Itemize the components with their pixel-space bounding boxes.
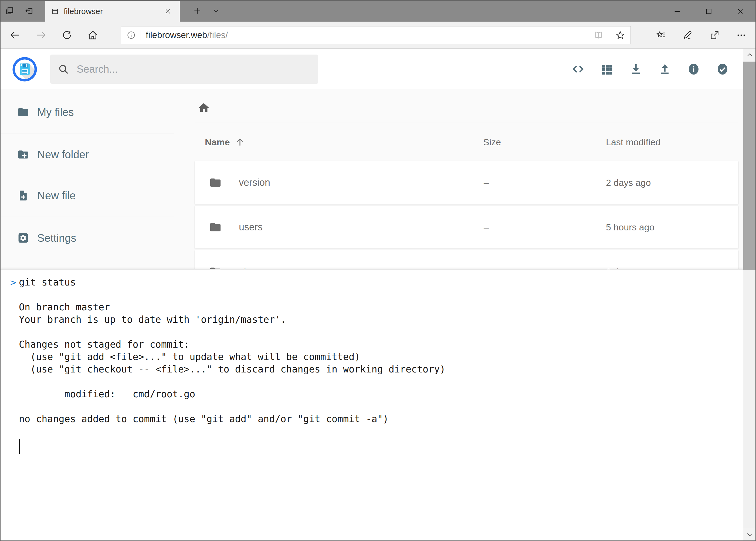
folder-icon [209, 221, 222, 234]
terminal-command-line: > git status [10, 276, 743, 288]
tab-preview-button[interactable] [0, 1, 19, 22]
url-text: filebrowser.web/files/ [146, 30, 228, 40]
column-header-name[interactable]: Name [195, 137, 480, 148]
web-note-pen-button[interactable] [674, 22, 701, 48]
terminal-output-line: modified: cmd/root.go [10, 388, 743, 400]
file-size: – [480, 178, 602, 188]
window-maximize-button[interactable] [693, 1, 724, 22]
terminal-cursor[interactable] [19, 439, 20, 454]
forward-button[interactable] [28, 22, 54, 48]
terminal-output-line [10, 288, 743, 301]
file-table-header: Name Size Last modified [195, 123, 738, 161]
folder-icon [17, 106, 29, 118]
terminal-output-line: no changes added to commit (use "git add… [10, 413, 743, 425]
file-name: version [239, 177, 270, 188]
sidebar-item-label: New file [37, 190, 76, 202]
toolbar-right [647, 22, 754, 48]
folder-icon [209, 176, 222, 189]
browser-toolbar: filebrowser.web/files/ [0, 22, 756, 49]
address-bar[interactable]: filebrowser.web/files/ [121, 26, 631, 44]
refresh-button[interactable] [54, 22, 80, 48]
terminal-output-line: (use "git add <file>..." to update what … [10, 350, 743, 363]
tab-list-menu-button[interactable] [207, 1, 226, 22]
chevron-down-icon [213, 7, 220, 15]
terminal-prompt-icon: > [10, 277, 19, 288]
more-ellipsis-button[interactable] [728, 22, 754, 48]
sidebar-item-new-folder[interactable]: New folder [0, 134, 174, 175]
browser-tab[interactable]: filebrowser [45, 1, 180, 22]
tab-favicon-page-icon [51, 8, 59, 15]
select-check-icon[interactable] [716, 63, 729, 76]
titlebar-drag-area [226, 1, 661, 22]
home-button[interactable] [80, 22, 106, 48]
add-favorite-star-icon[interactable] [616, 30, 625, 40]
search-bar[interactable] [50, 55, 318, 84]
sidebar-item-label: New folder [37, 149, 89, 161]
browser-window: filebrowser filebrowser.web/files/ [0, 0, 756, 541]
sidebar-item-new-file[interactable]: New file [0, 175, 174, 216]
search-icon [58, 64, 69, 75]
code-icon[interactable] [572, 63, 585, 76]
sidebar-divider [0, 217, 174, 217]
sidebar-item-settings[interactable]: Settings [0, 218, 174, 259]
reading-view-icon[interactable] [594, 30, 604, 40]
share-button[interactable] [701, 22, 728, 48]
title-bar: filebrowser [0, 0, 756, 22]
file-row[interactable]: version – 2 days ago [195, 161, 738, 204]
terminal-output-line [10, 400, 743, 413]
new-tab-button[interactable] [188, 1, 207, 22]
file-plus-icon [17, 190, 29, 202]
back-button[interactable] [2, 22, 28, 48]
set-aside-tabs-icon [25, 6, 34, 16]
site-info-icon[interactable] [126, 31, 136, 40]
terminal-output-line: Your branch is up to date with 'origin/m… [10, 313, 743, 326]
search-input[interactable] [77, 55, 318, 84]
terminal-output-line: Changes not staged for commit: [10, 338, 743, 350]
gear-icon [17, 232, 29, 244]
url-host: filebrowser.web [146, 30, 207, 40]
sidebar-divider [0, 133, 174, 134]
upload-icon[interactable] [658, 63, 671, 76]
terminal-panel[interactable]: > git status On branch master Your branc… [1, 269, 743, 541]
vertical-scrollbar[interactable] [743, 49, 756, 541]
address-separator [140, 30, 141, 40]
column-header-modified[interactable]: Last modified [602, 137, 738, 148]
filebrowser-header [0, 49, 756, 89]
download-icon[interactable] [630, 63, 642, 76]
terminal-command: git status [19, 277, 76, 287]
terminal-output: On branch master Your branch is up to da… [10, 288, 743, 437]
folder-plus-icon [17, 149, 29, 161]
terminal-output-line [10, 326, 743, 338]
terminal-output-line: On branch master [10, 301, 743, 313]
home-icon[interactable] [197, 102, 210, 114]
info-icon[interactable] [687, 63, 700, 76]
header-actions [572, 63, 729, 76]
window-minimize-button[interactable] [661, 1, 693, 22]
file-name: users [239, 222, 263, 233]
window-close-button[interactable] [724, 1, 756, 22]
file-modified: 5 hours ago [602, 222, 738, 233]
chevron-up-icon [746, 51, 754, 59]
tab-preview-icon [5, 6, 14, 16]
set-aside-tabs-button[interactable] [19, 1, 39, 22]
scroll-up-button[interactable] [743, 49, 756, 62]
column-header-size[interactable]: Size [480, 137, 602, 148]
column-label: Name [205, 137, 230, 148]
grid-view-icon[interactable] [601, 63, 614, 76]
sidebar-item-label: Settings [37, 232, 76, 244]
tab-title: filebrowser [64, 7, 162, 16]
tab-close-button[interactable] [162, 5, 174, 17]
scroll-down-button[interactable] [743, 528, 756, 541]
favorites-hub-button[interactable] [647, 22, 674, 48]
file-row[interactable]: users – 5 hours ago [195, 206, 738, 249]
file-row-name-cell: version [195, 176, 480, 189]
file-size: – [480, 222, 602, 233]
file-row-name-cell: users [195, 221, 480, 234]
sidebar-item-label: My files [37, 106, 74, 118]
scrollbar-thumb[interactable] [743, 62, 756, 270]
sidebar-item-my-files[interactable]: My files [0, 92, 174, 133]
arrow-up-icon [235, 137, 245, 147]
filebrowser-logo[interactable] [12, 57, 37, 82]
url-path: /files/ [207, 30, 228, 40]
chevron-down-icon [746, 530, 754, 539]
